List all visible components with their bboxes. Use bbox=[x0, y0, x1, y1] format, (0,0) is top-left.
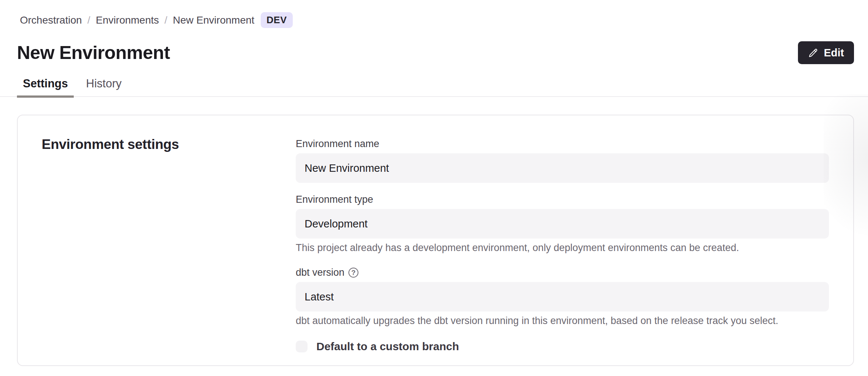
breadcrumb-separator: / bbox=[164, 14, 167, 26]
card-heading: Environment settings bbox=[42, 137, 296, 152]
breadcrumb-item-current[interactable]: New Environment bbox=[173, 14, 254, 26]
environment-type-helper-text: This project already has a development e… bbox=[296, 242, 829, 254]
breadcrumb-item-orchestration[interactable]: Orchestration bbox=[20, 14, 82, 26]
edit-button[interactable]: Edit bbox=[798, 41, 854, 64]
dbt-version-helper-text: dbt automatically upgrades the dbt versi… bbox=[296, 315, 829, 327]
environment-name-label: Environment name bbox=[296, 138, 829, 150]
environment-name-input[interactable] bbox=[296, 153, 829, 183]
default-custom-branch-label: Default to a custom branch bbox=[316, 340, 459, 353]
default-custom-branch-row: Default to a custom branch bbox=[296, 340, 829, 353]
dbt-version-input[interactable] bbox=[296, 282, 829, 311]
card-heading-column: Environment settings bbox=[18, 115, 296, 365]
page-title: New Environment bbox=[17, 42, 170, 64]
dbt-version-label-row: dbt version ? bbox=[296, 267, 829, 278]
env-dev-badge: DEV bbox=[261, 12, 293, 28]
help-icon[interactable]: ? bbox=[348, 268, 358, 278]
tab-history-label: History bbox=[86, 77, 121, 90]
environment-type-field: Environment type This project already ha… bbox=[296, 194, 829, 254]
dbt-version-label: dbt version bbox=[296, 267, 344, 278]
tab-settings-label: Settings bbox=[23, 77, 68, 90]
tab-history[interactable]: History bbox=[80, 75, 127, 98]
environment-type-input[interactable] bbox=[296, 209, 829, 239]
default-custom-branch-checkbox[interactable] bbox=[296, 341, 308, 352]
environment-name-field: Environment name bbox=[296, 138, 829, 183]
pencil-icon bbox=[808, 48, 819, 58]
dbt-version-field: dbt version ? dbt automatically upgrades… bbox=[296, 267, 829, 327]
edit-button-label: Edit bbox=[824, 47, 844, 59]
tab-settings[interactable]: Settings bbox=[17, 75, 74, 98]
environment-settings-form: Environment name Environment type This p… bbox=[296, 115, 853, 365]
breadcrumb: Orchestration / Environments / New Envir… bbox=[0, 0, 868, 28]
environment-settings-card: Environment settings Environment name En… bbox=[17, 115, 854, 366]
title-bar: New Environment Edit bbox=[0, 41, 868, 64]
breadcrumb-separator: / bbox=[87, 14, 90, 26]
tab-bar: Settings History bbox=[0, 75, 868, 97]
breadcrumb-item-environments[interactable]: Environments bbox=[96, 14, 159, 26]
environment-type-label: Environment type bbox=[296, 194, 829, 205]
